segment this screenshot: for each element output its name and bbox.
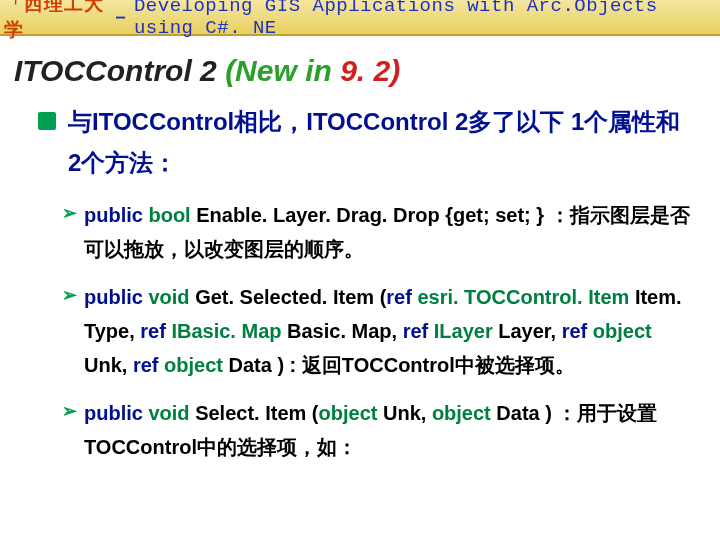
desc: : 返回TOCControl中被选择项。 bbox=[284, 354, 575, 376]
course-title: Developing GIS Applications with Arc.Obj… bbox=[134, 0, 716, 39]
sub-bullet-3: public void Select. Item (object Unk, ob… bbox=[62, 396, 692, 464]
type: object bbox=[164, 354, 228, 376]
header-bar: 「西理工大学 － Developing GIS Applications wit… bbox=[0, 0, 720, 36]
slide-title: ITOCControl 2 (New in 9. 2) bbox=[14, 54, 706, 88]
text: Select. Item ( bbox=[195, 402, 318, 424]
text: Unk, bbox=[383, 402, 432, 424]
content-area: 与ITOCControl相比，ITOCControl 2多了以下 1个属性和2个… bbox=[0, 102, 720, 464]
type: IBasic. Map bbox=[171, 320, 287, 342]
kw: ref bbox=[562, 320, 593, 342]
dash: － bbox=[111, 4, 130, 30]
text: Enable. Layer. Drag. Drop {get; set; } bbox=[196, 204, 544, 226]
university-name: 「西理工大学 bbox=[4, 0, 107, 43]
type: ILayer bbox=[434, 320, 498, 342]
title-part2: (New in bbox=[225, 54, 340, 87]
sub-bullet-2: public void Get. Selected. Item (ref esr… bbox=[62, 280, 692, 382]
kw: public bbox=[84, 204, 148, 226]
title-part1: ITOCControl 2 bbox=[14, 54, 225, 87]
type: esri. TOCControl. Item bbox=[417, 286, 634, 308]
text: Basic. Map, bbox=[287, 320, 403, 342]
sub-bullet-1: public bool Enable. Layer. Drag. Drop {g… bbox=[62, 198, 692, 266]
kw: ref bbox=[386, 286, 417, 308]
type: object bbox=[319, 402, 383, 424]
main-bullet: 与ITOCControl相比，ITOCControl 2多了以下 1个属性和2个… bbox=[38, 102, 692, 184]
kw: public bbox=[84, 402, 148, 424]
kw: ref bbox=[133, 354, 164, 376]
main-bullet-text: 与ITOCControl相比，ITOCControl 2多了以下 1个属性和2个… bbox=[68, 108, 680, 176]
type: bool bbox=[148, 204, 196, 226]
text: Get. Selected. Item ( bbox=[195, 286, 386, 308]
kw: ref bbox=[140, 320, 171, 342]
type: void bbox=[148, 286, 195, 308]
type: void bbox=[148, 402, 195, 424]
type: object bbox=[593, 320, 652, 342]
text: Unk, bbox=[84, 354, 133, 376]
text: Data ) bbox=[228, 354, 284, 376]
type: object bbox=[432, 402, 496, 424]
kw: public bbox=[84, 286, 148, 308]
kw: ref bbox=[403, 320, 434, 342]
title-part3: 9. 2) bbox=[340, 54, 400, 87]
text: Layer, bbox=[498, 320, 561, 342]
text: Data ) bbox=[496, 402, 557, 424]
